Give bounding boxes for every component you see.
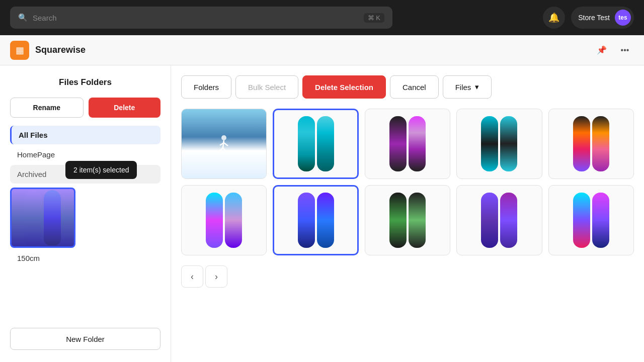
app-title: Squarewise xyxy=(35,45,86,55)
app-header: ▦ Squarewise 📌 ••• xyxy=(0,35,644,65)
board-3a xyxy=(481,116,498,171)
folder-label: Archived xyxy=(17,170,46,178)
svg-point-0 xyxy=(221,135,226,140)
board-1a xyxy=(298,116,315,171)
skier-image xyxy=(182,109,266,178)
delete-selection-button[interactable]: Delete Selection xyxy=(302,75,386,99)
snowboard-pair-5 xyxy=(206,190,242,250)
store-name: Store Test xyxy=(578,14,610,22)
chevron-left-icon: ‹ xyxy=(191,272,194,282)
chevron-right-icon: › xyxy=(215,272,218,282)
tooltip-snowboard-pair xyxy=(25,188,61,248)
search-box[interactable]: 🔍 Search ⌘ K xyxy=(10,7,392,29)
store-initials: tes xyxy=(618,14,627,21)
skier-svg xyxy=(209,129,239,159)
svg-line-3 xyxy=(223,148,227,152)
file-card-sb5[interactable] xyxy=(181,185,267,255)
sidebar: Files Folders Rename Delete All Files Ho… xyxy=(0,65,171,362)
files-label: Files xyxy=(455,83,471,92)
bulk-select-button[interactable]: Bulk Select xyxy=(235,75,298,99)
pin-button[interactable]: 📌 xyxy=(593,41,611,59)
next-page-button[interactable]: › xyxy=(205,265,227,288)
file-card-sb6[interactable] xyxy=(273,185,358,255)
board-2b xyxy=(409,116,426,171)
more-icon: ••• xyxy=(621,46,629,55)
cancel-button[interactable]: Cancel xyxy=(390,75,439,99)
app-logo: ▦ xyxy=(10,41,29,60)
folder-label: All Files xyxy=(19,131,48,139)
board-5a xyxy=(206,193,223,248)
file-card-sb2[interactable] xyxy=(365,109,450,179)
svg-line-2 xyxy=(218,148,223,153)
bell-button[interactable]: 🔔 xyxy=(543,7,565,29)
board-8a xyxy=(481,193,498,248)
snowboard-pair-9 xyxy=(573,190,609,250)
sidebar-actions: Rename Delete xyxy=(10,98,160,118)
board-5b xyxy=(225,193,242,248)
file-card-sb9[interactable] xyxy=(548,185,634,255)
pagination: ‹ › xyxy=(181,265,634,288)
snowboard-pair-1 xyxy=(298,114,334,174)
file-card-sb4[interactable] xyxy=(548,109,634,179)
svg-line-5 xyxy=(224,143,228,146)
board-6a xyxy=(298,193,315,248)
app-header-right: 📌 ••• xyxy=(593,41,634,59)
file-grid xyxy=(181,109,634,255)
store-button[interactable]: Store Test tes xyxy=(571,7,634,29)
tooltip-board-1 xyxy=(25,190,42,245)
tooltip-text: 2 item(s) selected xyxy=(73,166,129,174)
board-4a xyxy=(573,116,590,171)
search-placeholder: Search xyxy=(33,14,57,22)
file-card-sb1[interactable] xyxy=(273,109,358,179)
board-8b xyxy=(500,193,517,248)
board-9a xyxy=(573,193,590,248)
top-bar: 🔍 Search ⌘ K 🔔 Store Test tes xyxy=(0,0,644,35)
folder-item-all-files[interactable]: All Files xyxy=(10,126,160,144)
board-1b xyxy=(317,116,334,171)
folders-button[interactable]: Folders xyxy=(181,75,231,99)
folder-item-150cm[interactable]: 150cm xyxy=(10,249,160,267)
snowboard-pair-4 xyxy=(573,114,609,174)
snowboard-pair-8 xyxy=(481,190,517,250)
tooltip-thumbnail xyxy=(10,188,75,248)
more-button[interactable]: ••• xyxy=(616,41,634,59)
snowboard-pair-2 xyxy=(389,114,426,174)
folder-label: 150cm xyxy=(17,254,40,262)
store-avatar: tes xyxy=(615,10,631,26)
board-9b xyxy=(592,193,609,248)
main-content: Files Folders Rename Delete All Files Ho… xyxy=(0,65,644,362)
snowboard-pair-3 xyxy=(481,114,517,174)
board-4b xyxy=(592,116,609,171)
board-2a xyxy=(389,116,407,171)
file-card-sb8[interactable] xyxy=(456,185,542,255)
search-shortcut: ⌘ K xyxy=(364,13,384,23)
files-button[interactable]: Files ▾ xyxy=(443,75,492,99)
sidebar-title: Files Folders xyxy=(10,77,160,87)
folder-label: HomePage xyxy=(17,150,55,159)
file-card-sb7[interactable] xyxy=(365,185,450,255)
rename-button[interactable]: Rename xyxy=(10,98,84,118)
top-bar-right: 🔔 Store Test tes xyxy=(543,7,634,29)
logo-icon: ▦ xyxy=(16,45,24,56)
tooltip-wrapper: Archived 2 item(s) selected xyxy=(10,165,160,248)
new-folder-button[interactable]: New Folder xyxy=(10,328,160,350)
board-7b xyxy=(409,193,426,248)
bell-icon: 🔔 xyxy=(548,12,559,23)
files-dropdown-icon: ▾ xyxy=(475,82,479,92)
tooltip: 2 item(s) selected xyxy=(65,161,137,179)
snowboard-pair-6 xyxy=(298,190,334,250)
prev-page-button[interactable]: ‹ xyxy=(181,265,203,288)
toolbar: Folders Bulk Select Delete Selection Can… xyxy=(181,75,634,99)
board-7a xyxy=(389,193,407,248)
tooltip-board-2 xyxy=(44,190,61,245)
file-area: Folders Bulk Select Delete Selection Can… xyxy=(171,65,644,362)
snowboard-pair-7 xyxy=(389,190,426,250)
file-card-sb3[interactable] xyxy=(456,109,542,179)
board-6b xyxy=(317,193,334,248)
file-card-skier[interactable] xyxy=(181,109,267,179)
board-3b xyxy=(500,116,517,171)
search-icon: 🔍 xyxy=(18,13,28,22)
sidebar-delete-button[interactable]: Delete xyxy=(89,98,161,118)
pin-icon: 📌 xyxy=(597,45,607,55)
folder-list: All Files HomePage Archived 2 item(s) se… xyxy=(10,126,160,267)
